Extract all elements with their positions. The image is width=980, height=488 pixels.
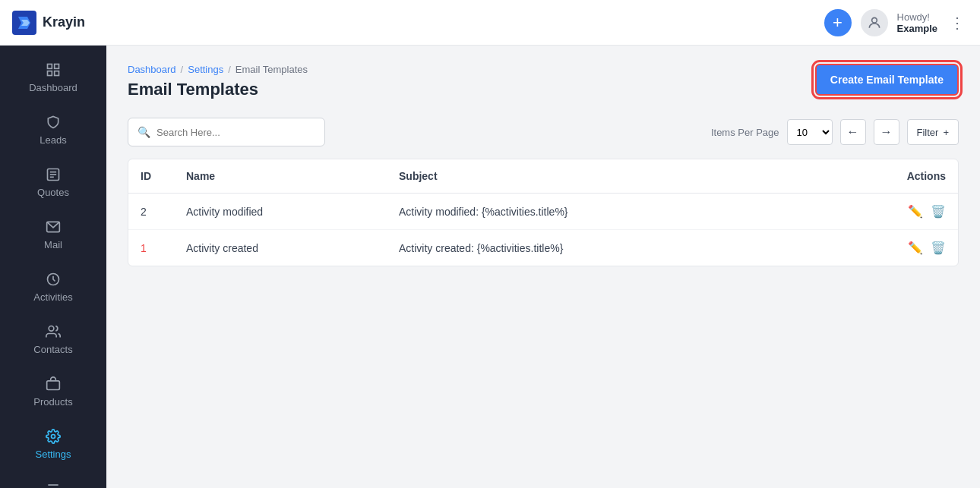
svg-rect-7 — [48, 71, 52, 76]
sidebar: Dashboard Leads Quotes Mail — [0, 46, 106, 488]
header: Krayin + Howdy! Example ⋮ — [0, 0, 980, 46]
create-email-template-button[interactable]: Create Email Template — [815, 64, 959, 96]
delete-icon[interactable]: 🗑️ — [931, 204, 946, 219]
svg-rect-6 — [55, 71, 59, 76]
cell-subject: Activity created: {%activities.title%} — [387, 230, 882, 266]
header-right: + Howdy! Example ⋮ — [824, 9, 968, 36]
search-input[interactable] — [156, 127, 315, 138]
sidebar-item-dashboard[interactable]: Dashboard — [0, 52, 106, 104]
cell-subject: Activity modified: {%activities.title%} — [387, 194, 882, 230]
breadcrumb-settings[interactable]: Settings — [188, 64, 223, 75]
per-page-select[interactable]: 10 25 50 100 — [787, 119, 833, 145]
dashboard-icon — [46, 62, 61, 77]
user-name: Example — [897, 23, 937, 34]
svg-rect-15 — [47, 381, 60, 390]
user-info: Howdy! Example — [897, 11, 937, 34]
sidebar-item-configuration[interactable]: Configuration — [0, 471, 106, 488]
sidebar-label-mail: Mail — [44, 239, 62, 250]
sidebar-label-quotes: Quotes — [37, 187, 69, 198]
sidebar-label-dashboard: Dashboard — [29, 82, 77, 93]
filter-button[interactable]: Filter + — [907, 119, 959, 145]
layout: Dashboard Leads Quotes Mail — [0, 46, 980, 488]
search-icon: 🔍 — [138, 126, 150, 138]
search-box: 🔍 — [128, 118, 325, 146]
logo: Krayin — [12, 11, 85, 35]
col-header-subject: Subject — [387, 159, 882, 194]
sidebar-item-quotes[interactable]: Quotes — [0, 156, 106, 209]
email-templates-table: ID Name Subject Actions 2 Activity modif… — [128, 159, 959, 266]
app-name: Krayin — [43, 14, 85, 30]
svg-point-16 — [52, 435, 55, 439]
toolbar-right: Items Per Page 10 25 50 100 ← → Filter + — [711, 119, 959, 145]
table-row: 1 Activity created Activity created: {%a… — [128, 230, 958, 266]
activities-icon — [46, 272, 61, 287]
cell-id: 2 — [128, 194, 174, 230]
sidebar-label-products: Products — [33, 396, 72, 408]
edit-icon[interactable]: ✏️ — [908, 204, 923, 219]
cell-name: Activity created — [174, 230, 387, 266]
add-button[interactable]: + — [824, 9, 852, 36]
more-options-button[interactable]: ⋮ — [947, 11, 968, 35]
items-per-page-label: Items Per Page — [711, 127, 779, 138]
svg-point-14 — [49, 326, 54, 332]
col-header-actions: Actions — [882, 159, 958, 194]
sidebar-item-leads[interactable]: Leads — [0, 104, 106, 156]
breadcrumb-current: Email Templates — [236, 64, 308, 75]
filter-label: Filter — [917, 127, 939, 138]
table-row: 2 Activity modified Activity modified: {… — [128, 194, 958, 230]
breadcrumb: Dashboard / Settings / Email Templates — [128, 64, 308, 75]
sidebar-item-settings[interactable]: Settings — [0, 418, 106, 471]
svg-rect-5 — [55, 65, 59, 69]
logo-icon — [12, 11, 36, 35]
main-content: Dashboard / Settings / Email Templates E… — [106, 46, 980, 488]
mail-icon — [46, 219, 61, 235]
next-page-button[interactable]: → — [874, 119, 899, 145]
cell-id: 1 — [128, 230, 174, 266]
sidebar-item-activities[interactable]: Activities — [0, 261, 106, 313]
svg-rect-4 — [48, 65, 52, 69]
sidebar-item-products[interactable]: Products — [0, 366, 106, 418]
cell-actions: ✏️ 🗑️ — [882, 194, 958, 230]
toolbar: 🔍 Items Per Page 10 25 50 100 ← → Filter… — [128, 118, 959, 146]
sidebar-label-settings: Settings — [36, 449, 71, 460]
sidebar-label-leads: Leads — [40, 134, 66, 146]
contacts-icon — [46, 324, 61, 339]
delete-icon[interactable]: 🗑️ — [931, 241, 946, 255]
configuration-icon — [46, 481, 61, 488]
avatar — [861, 9, 888, 36]
sidebar-item-mail[interactable]: Mail — [0, 209, 106, 261]
sidebar-label-activities: Activities — [33, 291, 72, 303]
cell-actions: ✏️ 🗑️ — [882, 230, 958, 266]
cell-name: Activity modified — [174, 194, 387, 230]
sidebar-label-contacts: Contacts — [33, 344, 72, 355]
products-icon — [46, 376, 61, 392]
user-greeting: Howdy! — [897, 11, 937, 23]
svg-point-3 — [871, 17, 877, 23]
sidebar-item-contacts[interactable]: Contacts — [0, 313, 106, 366]
edit-icon[interactable]: ✏️ — [908, 241, 923, 255]
quotes-icon — [46, 167, 61, 182]
col-header-name: Name — [174, 159, 387, 194]
breadcrumb-dashboard[interactable]: Dashboard — [128, 64, 176, 75]
page-title: Email Templates — [128, 80, 308, 99]
filter-add-icon: + — [943, 127, 949, 138]
col-header-id: ID — [128, 159, 174, 194]
settings-icon — [46, 429, 61, 444]
prev-page-button[interactable]: ← — [840, 119, 866, 145]
leads-icon — [46, 115, 61, 130]
